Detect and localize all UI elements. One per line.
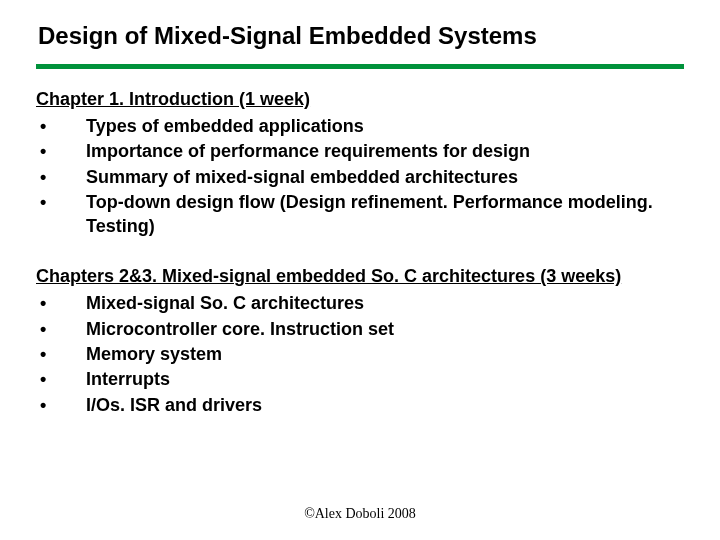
bullet-text: Interrupts — [86, 367, 684, 391]
section-heading: Chapter 1. Introduction (1 week) — [36, 89, 684, 110]
bullet-marker: • — [36, 165, 86, 189]
bullet-text: Mixed-signal So. C architectures — [86, 291, 684, 315]
list-item: • I/Os. ISR and drivers — [36, 393, 684, 417]
bullet-marker: • — [36, 342, 86, 366]
bullet-marker: • — [36, 114, 86, 138]
bullet-marker: • — [36, 190, 86, 239]
bullet-marker: • — [36, 291, 86, 315]
section-heading: Chapters 2&3. Mixed-signal embedded So. … — [36, 266, 684, 287]
list-item: • Types of embedded applications — [36, 114, 684, 138]
bullet-marker: • — [36, 139, 86, 163]
bullet-text: Memory system — [86, 342, 684, 366]
list-item: • Importance of performance requirements… — [36, 139, 684, 163]
section-1: Chapter 1. Introduction (1 week) • Types… — [36, 89, 684, 238]
list-item: • Summary of mixed-signal embedded archi… — [36, 165, 684, 189]
bullet-list: • Mixed-signal So. C architectures • Mic… — [36, 291, 684, 416]
bullet-text: I/Os. ISR and drivers — [86, 393, 684, 417]
bullet-text: Summary of mixed-signal embedded archite… — [86, 165, 684, 189]
page-title: Design of Mixed-Signal Embedded Systems — [38, 22, 684, 50]
title-divider — [36, 64, 684, 69]
section-2: Chapters 2&3. Mixed-signal embedded So. … — [36, 266, 684, 416]
list-item: • Top-down design flow (Design refinemen… — [36, 190, 684, 239]
list-item: • Interrupts — [36, 367, 684, 391]
list-item: • Microcontroller core. Instruction set — [36, 317, 684, 341]
bullet-text: Microcontroller core. Instruction set — [86, 317, 684, 341]
bullet-list: • Types of embedded applications • Impor… — [36, 114, 684, 238]
footer-copyright: ©Alex Doboli 2008 — [0, 506, 720, 522]
list-item: • Mixed-signal So. C architectures — [36, 291, 684, 315]
bullet-marker: • — [36, 367, 86, 391]
bullet-text: Importance of performance requirements f… — [86, 139, 684, 163]
bullet-text: Types of embedded applications — [86, 114, 684, 138]
bullet-marker: • — [36, 317, 86, 341]
bullet-marker: • — [36, 393, 86, 417]
bullet-text: Top-down design flow (Design refinement.… — [86, 190, 684, 239]
list-item: • Memory system — [36, 342, 684, 366]
